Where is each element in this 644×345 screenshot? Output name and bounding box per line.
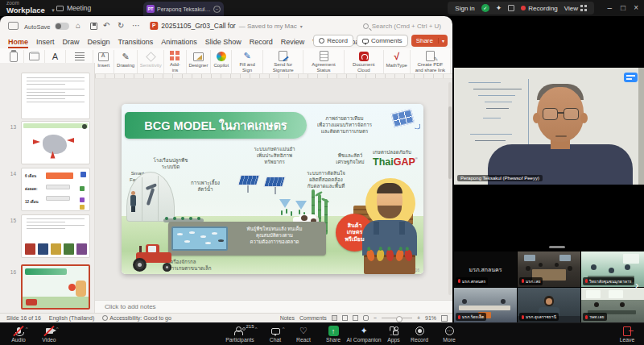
- participant-gallery: มรภ.สกลนคร มรภ.สกลนคร มรภ.เลย วิทยาลัยชุ…: [454, 251, 644, 322]
- fit-slide-icon[interactable]: [441, 315, 448, 322]
- titlebar-right-cluster: Sign in Recording View: [448, 2, 594, 15]
- share-screen-icon: [328, 326, 340, 336]
- window-close-button[interactable]: [634, 2, 638, 14]
- reading-view-icon[interactable]: [353, 315, 358, 321]
- slide-sorter-icon[interactable]: [342, 315, 348, 321]
- tab-animations[interactable]: Animations: [161, 38, 197, 46]
- solar-panel-icon: [263, 177, 286, 187]
- tab-close-icon[interactable]: [213, 6, 221, 13]
- slide-16-content[interactable]: BCG MODEL ในภาคเกษตร ภาพถ่ายดาวเทียม เพื…: [122, 104, 423, 274]
- window-minimize-button[interactable]: [607, 2, 612, 14]
- thumbnail-slide-16-selected[interactable]: [21, 264, 90, 310]
- zoom-in-icon[interactable]: [417, 315, 420, 321]
- share-button[interactable]: Share: [411, 35, 448, 47]
- ai-sparkle-icon[interactable]: [496, 5, 502, 12]
- video-button[interactable]: Video: [31, 326, 68, 343]
- thumbnail-number: 15: [5, 218, 16, 223]
- leave-icon: [621, 326, 634, 336]
- tab-review[interactable]: Review: [281, 38, 305, 46]
- mathtype-button[interactable]: MathType: [384, 50, 411, 73]
- zoom-slider[interactable]: [382, 318, 412, 318]
- normal-view-icon[interactable]: [332, 315, 337, 321]
- drawing-button[interactable]: Drawing: [114, 50, 138, 73]
- comments-button[interactable]: Comments: [357, 35, 408, 47]
- comments-toggle[interactable]: Comments: [299, 315, 327, 321]
- tab-transitions[interactable]: Transitions: [118, 38, 154, 46]
- participant-name-label: มรภ.สกลนคร: [456, 277, 488, 285]
- create-pdf-button[interactable]: Create PDF and share link: [411, 50, 451, 73]
- document-cloud-button[interactable]: Document Cloud: [345, 50, 384, 73]
- designer-button[interactable]: Designer: [187, 50, 212, 73]
- slide-label-safe-farming: เกษตรปลอดภัยกับ: [365, 149, 419, 156]
- tab-slideshow[interactable]: Slide Show: [205, 38, 242, 46]
- recording-indicator: Recording: [521, 5, 557, 12]
- view-button[interactable]: View: [564, 5, 587, 12]
- audio-options-caret[interactable]: [26, 326, 28, 331]
- fullscreen-icon[interactable]: [508, 5, 514, 11]
- zoom-titlebar: zoom Workplace Meeting PT Perapong Teksa…: [0, 0, 644, 16]
- tab-home[interactable]: Home: [8, 38, 28, 46]
- thumbnail-slide-14[interactable]: 6 เดือน ต่อยอด: 12 เดือน: [21, 168, 90, 211]
- drawing-icon: [120, 51, 131, 62]
- leave-button[interactable]: Leave: [609, 326, 644, 343]
- security-shield-icon[interactable]: [481, 4, 489, 12]
- more-commands-icon[interactable]: [132, 20, 140, 31]
- slide-label-aquaculture: การเพาะเลี้ยง สัตว์น้ำ: [186, 180, 225, 193]
- participant-video[interactable]: มรภ.ร้อยเอ็ด: [454, 288, 517, 323]
- agreement-status-button[interactable]: Agreement Status: [303, 50, 344, 73]
- accessibility-status[interactable]: Accessibility: Good to go: [102, 315, 171, 321]
- notes-toggle[interactable]: Notes: [280, 315, 295, 321]
- thumbnail-slide-13[interactable]: [21, 121, 90, 164]
- fill-and-sign-button[interactable]: Fill and Sign: [232, 50, 263, 73]
- participant-video[interactable]: วษท.เลย: [581, 288, 644, 323]
- insert-button[interactable]: Insert: [93, 50, 114, 73]
- slides-icon: [29, 52, 39, 60]
- participant-video[interactable]: มรภ.เลย: [518, 251, 580, 287]
- addins-button[interactable]: Add-ins: [164, 50, 186, 73]
- zoom-workplace-menu[interactable]: zoom Workplace: [6, 1, 45, 14]
- sign-in-button[interactable]: Sign in: [455, 5, 474, 12]
- save-icon[interactable]: [90, 23, 97, 30]
- document-title: 20251105_Gr03_Call for — Saved to my Mac: [150, 22, 303, 30]
- participants-button[interactable]: 215 Participants: [221, 326, 258, 343]
- slideshow-icon[interactable]: [363, 315, 369, 321]
- thumbnail-slide-12[interactable]: [21, 73, 90, 119]
- video-options-caret[interactable]: [56, 326, 59, 331]
- redo-icon[interactable]: [118, 20, 124, 31]
- share-dropdown-icon[interactable]: [438, 38, 448, 44]
- document-tab[interactable]: PT Perapong Teksakul (Phewsof Rese: [143, 2, 224, 16]
- sprinkler-icon: [295, 201, 307, 210]
- video-options-button[interactable]: [624, 73, 638, 82]
- gallery-drag-handle[interactable]: [549, 246, 565, 248]
- copilot-button[interactable]: Copilot: [211, 50, 232, 73]
- zoom-percentage[interactable]: 91%: [425, 315, 436, 321]
- search-input[interactable]: Search (Cmd + Ctrl + U): [363, 23, 441, 30]
- farmer-character-illustration: [354, 178, 423, 274]
- undo-icon[interactable]: [103, 20, 109, 31]
- participant-video[interactable]: มรภ.สกลนคร มรภ.สกลนคร: [454, 251, 517, 287]
- thumbnail-slide-15[interactable]: [21, 214, 90, 258]
- tab-insert[interactable]: Insert: [36, 38, 55, 46]
- window-maximize-button[interactable]: [621, 2, 625, 14]
- canvas-scrollbar[interactable]: [448, 82, 452, 295]
- meeting-tab[interactable]: Meeting: [56, 0, 91, 16]
- slide-title: BCG MODEL ในภาคเกษตร: [144, 116, 287, 135]
- home-icon[interactable]: [76, 20, 80, 31]
- record-button[interactable]: Record: [313, 35, 353, 47]
- muted-mic-icon: [585, 279, 588, 283]
- notes-pane[interactable]: Click to add notes: [95, 300, 452, 313]
- tab-draw[interactable]: Draw: [63, 38, 80, 46]
- gallery-next-arrow[interactable]: [635, 279, 638, 291]
- autosave-toggle[interactable]: [55, 23, 69, 30]
- tab-record[interactable]: Record: [250, 38, 273, 46]
- slide-label-precision: ระบบเกษตรแม่นยำ เพิ่มประสิทธิภาพ ทรัพยาก…: [238, 146, 311, 165]
- more-button[interactable]: More: [431, 326, 468, 343]
- tab-avatar: PT: [147, 5, 155, 13]
- participant-video[interactable]: มรภ.อุบลราชธานี: [518, 288, 580, 323]
- zoom-out-icon[interactable]: [374, 315, 377, 321]
- participants-count: 215: [246, 324, 254, 329]
- language-indicator[interactable]: English (Thailand): [49, 315, 94, 321]
- send-for-signature-button[interactable]: Send for Signature: [263, 50, 303, 73]
- tab-design[interactable]: Design: [88, 38, 110, 46]
- speaker-video[interactable]: Perapong Teksakul (Phewsof Peeyy): [454, 68, 644, 185]
